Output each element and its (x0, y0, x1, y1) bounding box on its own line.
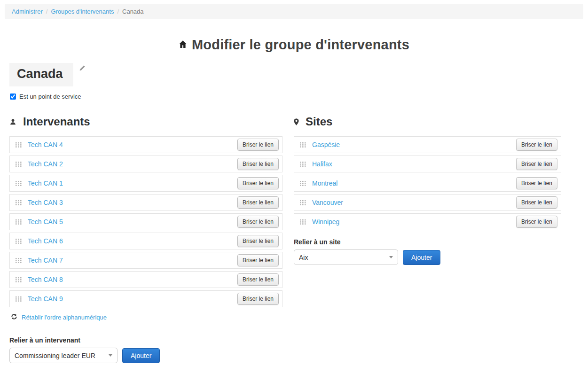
intervenant-link[interactable]: Tech CAN 3 (28, 199, 63, 206)
intervenant-row: Tech CAN 7 Briser le lien (9, 252, 282, 269)
refresh-icon (11, 313, 17, 321)
intervenant-link[interactable]: Tech CAN 4 (28, 141, 63, 148)
relier-site-block: Relier à un site Aix Ajouter (294, 238, 561, 265)
site-link[interactable]: Gaspésie (312, 141, 340, 148)
intervenant-select[interactable]: Commissioning leader EUR (9, 348, 118, 363)
unlink-button[interactable]: Briser le lien (516, 196, 557, 209)
map-pin-icon (294, 115, 299, 128)
breadcrumb-administrer[interactable]: Administrer (12, 8, 43, 15)
reset-order-row: Rétablir l'ordre alphanumérique (11, 313, 282, 321)
intervenant-row: Tech CAN 6 Briser le lien (9, 233, 282, 249)
intervenant-row: Tech CAN 3 Briser le lien (9, 194, 282, 211)
intervenants-heading: Intervenants (9, 115, 282, 128)
add-site-button[interactable]: Ajouter (403, 250, 440, 265)
unlink-button[interactable]: Briser le lien (237, 273, 279, 286)
site-link[interactable]: Halifax (312, 160, 332, 168)
intervenant-link[interactable]: Tech CAN 1 (28, 179, 63, 187)
breadcrumb-groupes[interactable]: Groupes d'intervenants (51, 8, 114, 15)
intervenant-row: Tech CAN 4 Briser le lien (9, 136, 282, 153)
drag-handle-icon[interactable] (300, 162, 306, 167)
breadcrumb-separator: / (46, 8, 48, 15)
intervenants-section: Intervenants Tech CAN 4 Briser le lien T… (9, 115, 282, 363)
site-row: Gaspésie Briser le lien (294, 136, 561, 153)
intervenant-link[interactable]: Tech CAN 8 (28, 276, 63, 283)
service-point-row: Est un point de service (10, 93, 588, 100)
drag-handle-icon[interactable] (16, 277, 22, 282)
intervenant-link[interactable]: Tech CAN 5 (28, 218, 63, 226)
site-link[interactable]: Vancouver (312, 199, 343, 206)
unlink-button[interactable]: Briser le lien (237, 196, 279, 209)
service-point-checkbox[interactable] (10, 93, 16, 100)
site-row: Montreal Briser le lien (294, 175, 561, 192)
drag-handle-icon[interactable] (16, 181, 22, 186)
breadcrumb-current: Canada (122, 8, 144, 15)
intervenants-heading-text: Intervenants (23, 115, 90, 128)
drag-handle-icon[interactable] (300, 142, 306, 148)
drag-handle-icon[interactable] (16, 219, 22, 225)
site-row: Vancouver Briser le lien (294, 194, 561, 211)
relier-intervenant-label: Relier à un intervenant (9, 336, 282, 344)
intervenant-link[interactable]: Tech CAN 6 (28, 237, 63, 245)
sites-list: Gaspésie Briser le lien Halifax Briser l… (294, 136, 561, 230)
drag-handle-icon[interactable] (16, 296, 22, 302)
unlink-button[interactable]: Briser le lien (516, 216, 557, 228)
breadcrumb: Administrer/Groupes d'intervenants/Canad… (5, 4, 583, 19)
drag-handle-icon[interactable] (16, 142, 22, 148)
site-row: Winnipeg Briser le lien (294, 213, 561, 230)
intervenants-list: Tech CAN 4 Briser le lien Tech CAN 2 Bri… (9, 136, 282, 307)
group-name: Canada (9, 63, 73, 86)
unlink-button[interactable]: Briser le lien (237, 235, 279, 247)
intervenant-row: Tech CAN 9 Briser le lien (9, 290, 282, 307)
intervenant-row: Tech CAN 5 Briser le lien (9, 213, 282, 230)
drag-handle-icon[interactable] (300, 181, 306, 186)
intervenant-row: Tech CAN 2 Briser le lien (9, 156, 282, 172)
site-row: Halifax Briser le lien (294, 156, 561, 172)
unlink-button[interactable]: Briser le lien (516, 177, 557, 189)
drag-handle-icon[interactable] (300, 200, 306, 205)
sites-heading-text: Sites (306, 115, 332, 128)
drag-handle-icon[interactable] (16, 239, 22, 244)
unlink-button[interactable]: Briser le lien (237, 293, 279, 305)
unlink-button[interactable]: Briser le lien (237, 158, 279, 170)
unlink-button[interactable]: Briser le lien (516, 158, 557, 170)
relier-intervenant-block: Relier à un intervenant Commissioning le… (9, 336, 282, 363)
reset-order-link[interactable]: Rétablir l'ordre alphanumérique (22, 314, 107, 321)
drag-handle-icon[interactable] (300, 219, 306, 225)
page-title: Modifier le groupe d'intervenants (0, 37, 588, 53)
person-icon (9, 115, 16, 128)
intervenant-link[interactable]: Tech CAN 2 (28, 160, 63, 168)
site-link[interactable]: Winnipeg (312, 218, 339, 226)
unlink-button[interactable]: Briser le lien (237, 254, 279, 266)
intervenant-link[interactable]: Tech CAN 7 (28, 257, 63, 264)
service-point-label: Est un point de service (19, 93, 81, 100)
intervenant-row: Tech CAN 1 Briser le lien (9, 175, 282, 192)
drag-handle-icon[interactable] (16, 258, 22, 263)
unlink-button[interactable]: Briser le lien (237, 139, 279, 151)
intervenant-link[interactable]: Tech CAN 9 (28, 295, 63, 303)
unlink-button[interactable]: Briser le lien (516, 139, 557, 151)
sites-section: Sites Gaspésie Briser le lien Halifax (294, 115, 561, 363)
edit-pencil-icon[interactable] (79, 65, 86, 73)
sites-heading: Sites (294, 115, 561, 128)
page-title-text: Modifier le groupe d'intervenants (192, 37, 409, 52)
relier-site-label: Relier à un site (294, 238, 561, 246)
unlink-button[interactable]: Briser le lien (237, 216, 279, 228)
drag-handle-icon[interactable] (16, 200, 22, 205)
intervenant-row: Tech CAN 8 Briser le lien (9, 271, 282, 288)
add-intervenant-button[interactable]: Ajouter (122, 348, 160, 363)
site-link[interactable]: Montreal (312, 179, 337, 187)
unlink-button[interactable]: Briser le lien (237, 177, 279, 189)
home-icon (179, 36, 187, 51)
site-select[interactable]: Aix (294, 249, 398, 265)
drag-handle-icon[interactable] (16, 162, 22, 167)
breadcrumb-separator: / (117, 8, 119, 15)
group-name-row: Canada (9, 63, 588, 86)
